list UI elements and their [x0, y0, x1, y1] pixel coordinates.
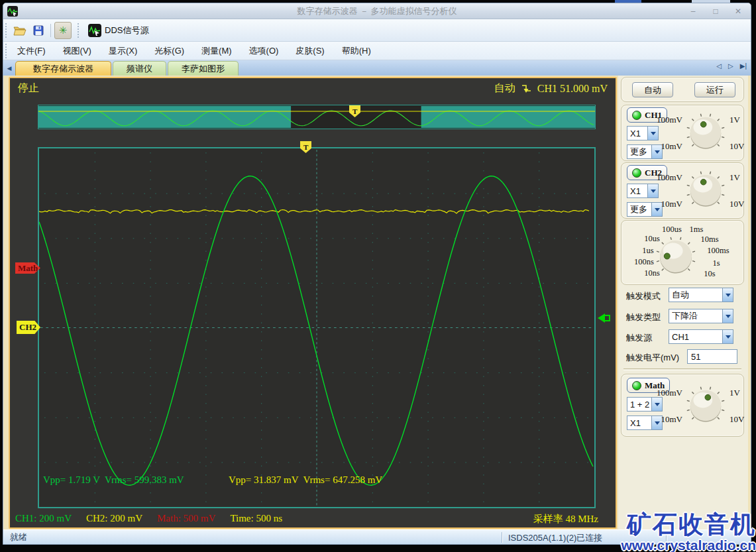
ch1-volts-knob[interactable] [686, 113, 725, 154]
ch2-knob-label-10mv: 10mV [661, 199, 683, 209]
tab-scroll-next-button[interactable]: ▷ [728, 62, 733, 70]
toolbar-separator [50, 24, 51, 37]
ch1-probe-select[interactable]: X1 [627, 126, 659, 140]
timebase-label-10s: 10s [704, 269, 715, 279]
trigger-level-input[interactable]: 51 [687, 349, 737, 364]
ch2-knob-label-100mv: 100mV [657, 172, 682, 183]
ch1-vpp-vrms: Vpp= 1.719 V Vrms= 599.383 mV [43, 470, 184, 489]
timebase-knob[interactable] [656, 237, 696, 279]
falling-edge-trigger-icon [521, 83, 531, 94]
ch2-more-label: 更多 [627, 203, 651, 215]
toolbar-grip [78, 23, 80, 38]
window-title: 数字存储示波器 － 多功能虚拟信号分析仪 [3, 5, 751, 17]
ch1-scale-readout: CH1: 200 mV [15, 513, 72, 524]
tab-spectrum-analyzer[interactable]: 频谱仪 [113, 61, 166, 76]
ch2-more-select[interactable]: 更多 [627, 202, 663, 217]
menu-item-file[interactable]: 文件(F) [11, 42, 52, 60]
trigger-source-value: CH1 [669, 332, 722, 342]
trigger-mode-select[interactable]: 自动 [669, 288, 733, 302]
trigger-source-label: 触发源 [626, 332, 652, 344]
trigger-level-label: 触发电平(mV) [626, 352, 679, 364]
chevron-down-icon [647, 184, 658, 197]
trigger-readout: 自动 CH1 51.000 mV [494, 82, 608, 95]
open-file-button[interactable] [11, 22, 28, 39]
timebase-group: 100us 1ms 10us 10ms 1us 100ms 100ns 1s 1… [621, 220, 744, 285]
chevron-down-icon [722, 309, 733, 323]
minimize-button[interactable]: – [684, 5, 702, 17]
trigger-level-readout: CH1 51.000 mV [537, 83, 608, 95]
ch1-probe-value: X1 [627, 129, 647, 138]
trigger-type-select[interactable]: 下降沿 [669, 309, 733, 323]
maximize-button[interactable]: □ [707, 5, 724, 17]
trigger-mode-readout: 自动 [494, 82, 515, 95]
main-content: 停止 自动 CH1 51.000 mV T [3, 76, 751, 531]
math-operation-value: 1 + 2 [627, 400, 651, 410]
ch1-group: CH1 X1 更多 100mV 1V 10mV 10V [621, 105, 744, 161]
menu-item-measure[interactable]: 测量(M) [195, 42, 239, 60]
settings-star-button[interactable]: ✳ [54, 22, 72, 39]
menu-item-view[interactable]: 视图(V) [56, 42, 98, 60]
math-scale-readout: Math: 500 mV [157, 513, 215, 524]
tab-scroll-end-button[interactable]: ▶| [740, 62, 747, 70]
math-operation-select[interactable]: 1 + 2 [627, 397, 663, 412]
menu-item-display[interactable]: 显示(X) [102, 42, 144, 60]
auto-button[interactable]: 自动 [632, 82, 673, 97]
save-button[interactable] [30, 22, 47, 39]
dds-button-label: DDS信号源 [105, 25, 148, 36]
sample-rate-readout: 采样率 48 MHz [533, 513, 598, 525]
timebase-label-100ns: 100ns [634, 257, 654, 267]
menu-item-skin[interactable]: 皮肤(S) [289, 42, 331, 60]
timebase-label-100ms: 100ms [707, 246, 729, 256]
chevron-down-icon [651, 398, 662, 411]
ch2-knob-label-10v: 10V [729, 199, 744, 209]
tab-lissajous[interactable]: 李萨如图形 [168, 61, 239, 76]
math-group: Math 1 + 2 X1 100mV 1V 10mV 10V [621, 374, 744, 437]
math-mult-select[interactable]: X1 [627, 415, 663, 430]
ch2-probe-value: X1 [627, 186, 647, 196]
ch2-volts-knob[interactable] [686, 171, 725, 212]
toolbar: ✳ DDS信号源 [3, 19, 751, 42]
time-scale-readout: Time: 500 ns [230, 513, 282, 524]
watermark: 矿石收音机 www.crystalradio.cn [621, 512, 756, 552]
ch1-measurements: Vpp= 1.719 V Vrms= 599.383 mV Vmean= -11… [43, 433, 184, 545]
tab-scroll-prev-button[interactable]: ◁ [716, 62, 722, 70]
tab-scroll-left-button[interactable]: ◀ [3, 61, 15, 76]
ch1-knob-label-10mv: 10mV [661, 141, 683, 152]
menu-grip [5, 44, 8, 58]
menu-bar: 文件(F) 视图(V) 显示(X) 光标(G) 测量(M) 选项(O) 皮肤(S… [3, 42, 751, 60]
ch2-vpp-vrms: Vpp= 31.837 mV Vrms= 647.258 mV [229, 470, 382, 489]
ch1-more-select[interactable]: 更多 [627, 144, 663, 159]
trigger-level-arrow-marker[interactable] [597, 311, 610, 325]
ch1-knob-label-1v: 1V [729, 115, 740, 125]
trigger-type-value: 下降沿 [669, 310, 722, 322]
star-icon: ✳ [59, 25, 68, 36]
tab-oscilloscope[interactable]: 数字存储示波器 [15, 61, 111, 76]
timebase-label-1ms: 1ms [690, 225, 704, 235]
math-knob-label-1v: 1V [729, 388, 740, 398]
ch2-channel-marker[interactable]: CH2 [17, 321, 40, 334]
run-button[interactable]: 运行 [694, 82, 735, 97]
menu-item-options[interactable]: 选项(O) [243, 42, 286, 60]
title-bar[interactable]: 数字存储示波器 － 多功能虚拟信号分析仪 – □ ✕ [3, 3, 751, 19]
ch1-knob-label-10v: 10V [729, 141, 744, 152]
watermark-url: www.crystalradio.cn [621, 538, 756, 552]
dds-signal-source-button[interactable]: DDS信号源 [83, 22, 154, 39]
trigger-source-select[interactable]: CH1 [669, 329, 733, 344]
math-knob-label-100mv: 100mV [657, 388, 682, 398]
device-connection-status: ISDS205A(1.1)(2)已连接 [508, 532, 602, 544]
toolbar-grip [5, 23, 8, 38]
timebase-label-1us: 1us [642, 246, 653, 256]
ch2-scale-readout: CH2: 200 mV [86, 513, 142, 524]
menu-item-cursor[interactable]: 光标(G) [148, 42, 191, 60]
math-channel-marker[interactable]: Math [15, 262, 40, 274]
menu-item-help[interactable]: 帮助(H) [335, 42, 378, 60]
ch2-group: CH2 X1 更多 100mV 1V 10mV 10V [621, 162, 744, 219]
close-button[interactable]: ✕ [729, 5, 747, 17]
timebase-label-10ms: 10ms [700, 235, 718, 245]
ch2-probe-select[interactable]: X1 [627, 184, 659, 198]
math-knob-label-10v: 10V [729, 414, 744, 425]
math-volts-knob[interactable] [686, 386, 725, 427]
waveform-overview-strip[interactable] [38, 105, 596, 129]
ch1-more-label: 更多 [627, 146, 651, 158]
acquisition-status-label: 停止 [18, 82, 39, 95]
